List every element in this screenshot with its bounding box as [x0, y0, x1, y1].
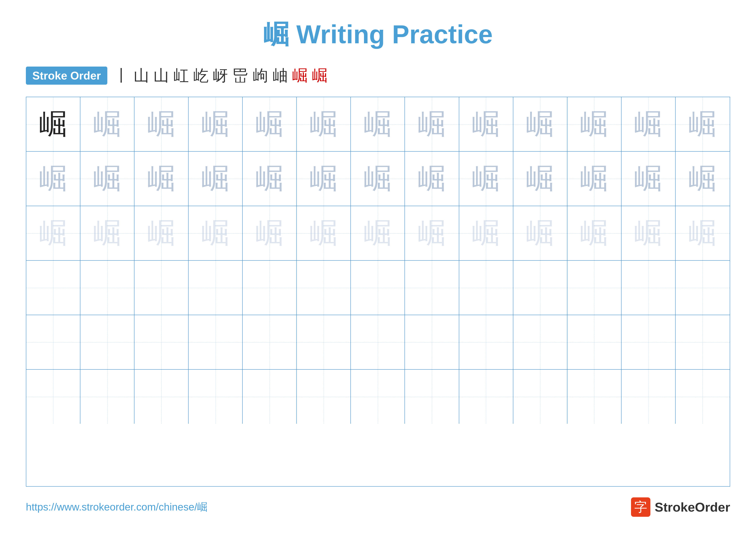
- char-faded: 崛: [634, 105, 662, 143]
- grid-cell-r4-c7[interactable]: [351, 261, 405, 315]
- grid-cell-r3-c10[interactable]: 崛: [513, 206, 567, 260]
- stroke-3: 山: [153, 65, 169, 86]
- grid-cell-r4-c10[interactable]: [513, 261, 567, 315]
- footer-url[interactable]: https://www.strokeorder.com/chinese/崛: [26, 500, 207, 514]
- grid-cell-r2-c2[interactable]: 崛: [80, 152, 134, 206]
- grid-cell-r4-c1[interactable]: [26, 261, 80, 315]
- grid-cell-r2-c6[interactable]: 崛: [297, 152, 351, 206]
- grid-cell-r5-c1[interactable]: [26, 315, 80, 369]
- grid-cell-r5-c6[interactable]: [297, 315, 351, 369]
- grid-cell-r5-c9[interactable]: [459, 315, 513, 369]
- grid-cell-r3-c8[interactable]: 崛: [405, 206, 459, 260]
- grid-cell-r2-c7[interactable]: 崛: [351, 152, 405, 206]
- grid-cell-r6-c12[interactable]: [622, 369, 676, 424]
- grid-cell-r1-c13[interactable]: 崛: [676, 97, 730, 151]
- grid-cell-r4-c8[interactable]: [405, 261, 459, 315]
- grid-cell-r2-c3[interactable]: 崛: [134, 152, 189, 206]
- grid-cell-r5-c2[interactable]: [80, 315, 134, 369]
- char-faded: 崛: [93, 160, 121, 198]
- stroke-order-row: Stroke Order 丨 山 山 屸 屹 岈 岊 岣 岫 崛 崛: [26, 65, 730, 86]
- grid-cell-r1-c10[interactable]: 崛: [513, 97, 567, 151]
- grid-cell-r5-c5[interactable]: [243, 315, 297, 369]
- page-title: 崛 Writing Practice: [263, 17, 493, 52]
- grid-cell-r1-c8[interactable]: 崛: [405, 97, 459, 151]
- char-faded: 崛: [93, 105, 121, 143]
- grid-cell-r6-c1[interactable]: [26, 369, 80, 424]
- grid-cell-r6-c10[interactable]: [513, 369, 567, 424]
- grid-cell-r4-c2[interactable]: [80, 261, 134, 315]
- grid-cell-r6-c6[interactable]: [297, 369, 351, 424]
- grid-cell-r2-c10[interactable]: 崛: [513, 152, 567, 206]
- grid-cell-r6-c9[interactable]: [459, 369, 513, 424]
- char-faded: 崛: [364, 105, 392, 143]
- grid-cell-r4-c3[interactable]: [134, 261, 189, 315]
- grid-cell-r1-c5[interactable]: 崛: [243, 97, 297, 151]
- grid-cell-r5-c7[interactable]: [351, 315, 405, 369]
- grid-cell-r2-c12[interactable]: 崛: [622, 152, 676, 206]
- grid-cell-r6-c8[interactable]: [405, 369, 459, 424]
- grid-cell-r1-c12[interactable]: 崛: [622, 97, 676, 151]
- grid-cell-r3-c5[interactable]: 崛: [243, 206, 297, 260]
- grid-cell-r4-c5[interactable]: [243, 261, 297, 315]
- char-faded: 崛: [310, 105, 338, 143]
- grid-cell-r4-c11[interactable]: [567, 261, 622, 315]
- grid-cell-r2-c5[interactable]: 崛: [243, 152, 297, 206]
- grid-cell-r5-c4[interactable]: [189, 315, 243, 369]
- grid-cell-r5-c8[interactable]: [405, 315, 459, 369]
- grid-cell-r4-c9[interactable]: [459, 261, 513, 315]
- char-faded: 崛: [148, 160, 176, 198]
- grid-cell-r2-c8[interactable]: 崛: [405, 152, 459, 206]
- grid-cell-r5-c3[interactable]: [134, 315, 189, 369]
- grid-cell-r2-c13[interactable]: 崛: [676, 152, 730, 206]
- grid-cell-r1-c6[interactable]: 崛: [297, 97, 351, 151]
- grid-cell-r6-c5[interactable]: [243, 369, 297, 424]
- footer-logo: 字 StrokeOrder: [631, 497, 730, 517]
- grid-cell-r2-c4[interactable]: 崛: [189, 152, 243, 206]
- grid-cell-r1-c7[interactable]: 崛: [351, 97, 405, 151]
- grid-cell-r4-c6[interactable]: [297, 261, 351, 315]
- grid-cell-r3-c2[interactable]: 崛: [80, 206, 134, 260]
- char-faded: 崛: [364, 214, 392, 252]
- practice-grid: 崛 崛 崛 崛 崛 崛 崛 崛 崛 崛 崛 崛 崛 崛 崛 崛 崛 崛 崛 崛 …: [26, 97, 730, 487]
- grid-cell-r3-c1[interactable]: 崛: [26, 206, 80, 260]
- grid-cell-r3-c9[interactable]: 崛: [459, 206, 513, 260]
- grid-cell-r3-c4[interactable]: 崛: [189, 206, 243, 260]
- grid-cell-r1-c11[interactable]: 崛: [567, 97, 622, 151]
- grid-cell-r5-c10[interactable]: [513, 315, 567, 369]
- grid-cell-r6-c4[interactable]: [189, 369, 243, 424]
- grid-cell-r5-c13[interactable]: [676, 315, 730, 369]
- grid-cell-r4-c12[interactable]: [622, 261, 676, 315]
- stroke-9: 岫: [272, 65, 288, 86]
- grid-cell-r1-c4[interactable]: 崛: [189, 97, 243, 151]
- grid-cell-r2-c1[interactable]: 崛: [26, 152, 80, 206]
- char-faded: 崛: [256, 105, 284, 143]
- grid-cell-r4-c13[interactable]: [676, 261, 730, 315]
- grid-cell-r6-c7[interactable]: [351, 369, 405, 424]
- char-faded: 崛: [472, 160, 500, 198]
- char-faded: 崛: [202, 160, 230, 198]
- grid-cell-r1-c2[interactable]: 崛: [80, 97, 134, 151]
- grid-cell-r1-c9[interactable]: 崛: [459, 97, 513, 151]
- grid-cell-r6-c11[interactable]: [567, 369, 622, 424]
- grid-cell-r5-c12[interactable]: [622, 315, 676, 369]
- grid-cell-r3-c3[interactable]: 崛: [134, 206, 189, 260]
- grid-cell-r1-c1[interactable]: 崛: [26, 97, 80, 151]
- grid-cell-r3-c6[interactable]: 崛: [297, 206, 351, 260]
- grid-cell-r6-c13[interactable]: [676, 369, 730, 424]
- grid-cell-r3-c13[interactable]: 崛: [676, 206, 730, 260]
- grid-cell-r2-c9[interactable]: 崛: [459, 152, 513, 206]
- char-faded: 崛: [526, 214, 554, 252]
- page: 崛 Writing Practice Stroke Order 丨 山 山 屸 …: [0, 0, 756, 534]
- title-text: 崛 Writing Practice: [263, 20, 493, 49]
- grid-cell-r3-c7[interactable]: 崛: [351, 206, 405, 260]
- grid-cell-r4-c4[interactable]: [189, 261, 243, 315]
- grid-cell-r1-c3[interactable]: 崛: [134, 97, 189, 151]
- grid-cell-r2-c11[interactable]: 崛: [567, 152, 622, 206]
- grid-cell-r6-c3[interactable]: [134, 369, 189, 424]
- grid-row-4: [26, 261, 730, 315]
- grid-cell-r5-c11[interactable]: [567, 315, 622, 369]
- grid-cell-r3-c12[interactable]: 崛: [622, 206, 676, 260]
- grid-cell-r3-c11[interactable]: 崛: [567, 206, 622, 260]
- stroke-sequence: 丨 山 山 屸 屹 岈 岊 岣 岫 崛 崛: [114, 65, 328, 86]
- grid-cell-r6-c2[interactable]: [80, 369, 134, 424]
